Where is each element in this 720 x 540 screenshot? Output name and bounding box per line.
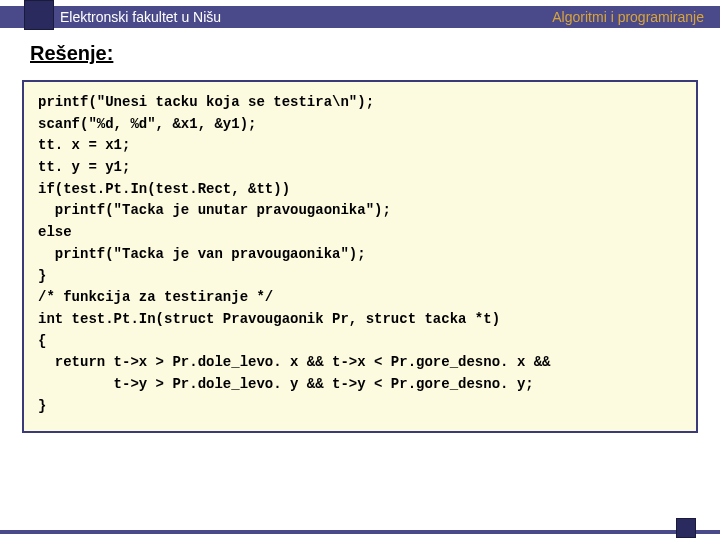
code-box: printf("Unesi tacku koja se testira\n");…	[22, 80, 698, 433]
code-content: printf("Unesi tacku koja se testira\n");…	[38, 92, 682, 417]
header-right-text: Algoritmi i programiranje	[552, 9, 704, 25]
slide: Elektronski fakultet u Nišu Algoritmi i …	[0, 0, 720, 540]
footer-accent-bar	[0, 530, 720, 534]
header-left-text: Elektronski fakultet u Nišu	[60, 9, 221, 25]
section-title: Rešenje:	[30, 42, 113, 65]
header-accent-square	[24, 0, 54, 30]
footer-accent-square	[676, 518, 696, 538]
header-bar: Elektronski fakultet u Nišu Algoritmi i …	[0, 6, 720, 28]
